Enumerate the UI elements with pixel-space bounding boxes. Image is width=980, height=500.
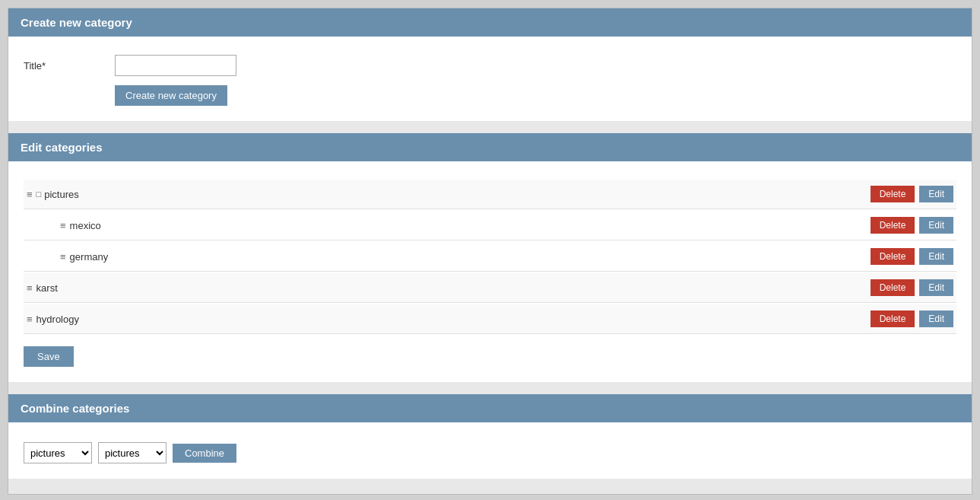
combine-categories-body: pictures mexico germany karst hydrology …	[8, 422, 972, 479]
cat-actions-hydrology: Delete Edit	[871, 311, 953, 327]
drag-icon-germany[interactable]: ≡	[60, 251, 65, 263]
combine-categories-section: Combine categories pictures mexico germa…	[8, 394, 972, 479]
create-category-header: Create new category	[8, 8, 972, 37]
category-name-pictures: pictures	[44, 189, 870, 200]
create-category-button[interactable]: Create new category	[115, 85, 227, 106]
cat-actions-pictures: Delete Edit	[871, 186, 953, 202]
category-row-hydrology: ≡ hydrology Delete Edit	[24, 304, 956, 334]
combine-select-1[interactable]: pictures mexico germany karst hydrology	[24, 442, 92, 463]
delete-button-hydrology[interactable]: Delete	[871, 311, 915, 327]
title-row: Title*	[24, 55, 956, 76]
edit-categories-section: Edit categories ≡ □ pictures Delete Edit…	[8, 133, 972, 382]
gap-1	[8, 121, 972, 133]
combine-row: pictures mexico germany karst hydrology …	[24, 442, 956, 463]
category-name-germany: germany	[70, 251, 871, 263]
collapse-icon-pictures[interactable]: □	[36, 189, 42, 199]
gap-2	[8, 382, 972, 394]
delete-button-germany[interactable]: Delete	[871, 248, 915, 265]
edit-button-karst[interactable]: Edit	[919, 279, 953, 296]
cat-actions-mexico: Delete Edit	[871, 217, 953, 234]
combine-select-2[interactable]: pictures mexico germany karst hydrology	[98, 442, 167, 463]
category-row-karst: ≡ karst Delete Edit	[24, 273, 956, 303]
edit-categories-header: Edit categories	[8, 133, 972, 161]
create-category-section: Create new category Title* Create new ca…	[8, 8, 972, 121]
combine-categories-header: Combine categories	[8, 394, 972, 422]
edit-button-pictures[interactable]: Edit	[919, 186, 953, 202]
category-name-hydrology: hydrology	[36, 314, 871, 325]
cat-actions-germany: Delete Edit	[871, 248, 953, 265]
combine-button[interactable]: Combine	[173, 444, 236, 463]
cat-actions-karst: Delete Edit	[871, 279, 953, 296]
drag-icon-hydrology[interactable]: ≡	[27, 314, 32, 325]
category-row-mexico: ≡ mexico Delete Edit	[24, 211, 956, 240]
delete-button-karst[interactable]: Delete	[871, 279, 915, 296]
drag-icon-mexico[interactable]: ≡	[60, 220, 65, 231]
title-label: Title*	[24, 60, 115, 72]
drag-icon-pictures[interactable]: ≡	[27, 189, 32, 200]
delete-button-pictures[interactable]: Delete	[871, 186, 915, 202]
category-name-mexico: mexico	[70, 220, 871, 231]
save-button[interactable]: Save	[24, 346, 74, 367]
combine-categories-title: Combine categories	[21, 402, 129, 415]
create-category-body: Title* Create new category	[8, 37, 972, 121]
category-row-pictures: ≡ □ pictures Delete Edit	[24, 180, 956, 209]
edit-categories-body: ≡ □ pictures Delete Edit ≡ mexico Delete…	[8, 161, 972, 382]
edit-button-hydrology[interactable]: Edit	[919, 311, 953, 327]
category-row-germany: ≡ germany Delete Edit	[24, 242, 956, 272]
edit-categories-title: Edit categories	[21, 141, 103, 154]
edit-button-mexico[interactable]: Edit	[919, 217, 953, 234]
category-name-karst: karst	[36, 282, 871, 294]
edit-button-germany[interactable]: Edit	[919, 248, 953, 265]
delete-button-mexico[interactable]: Delete	[871, 217, 915, 234]
drag-icon-karst[interactable]: ≡	[27, 282, 32, 294]
create-category-title: Create new category	[21, 16, 132, 29]
title-input[interactable]	[115, 55, 236, 76]
categories-list: ≡ □ pictures Delete Edit ≡ mexico Delete…	[24, 180, 956, 334]
